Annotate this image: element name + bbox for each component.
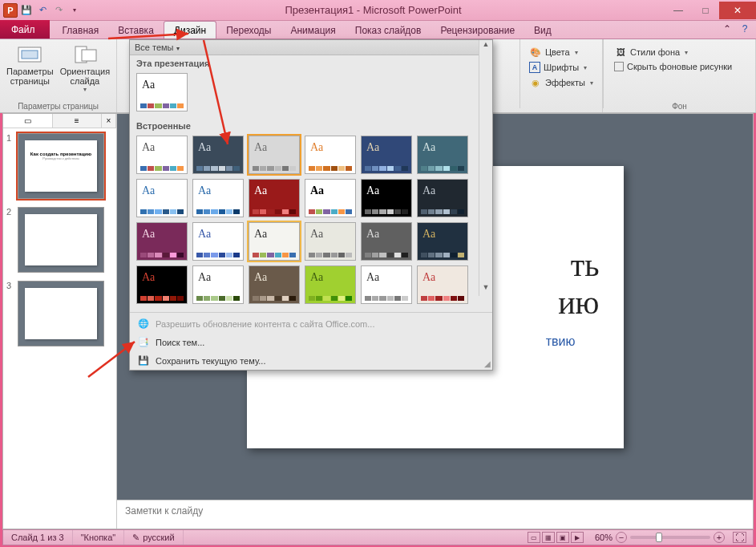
slide-subtitle-text[interactable]: твию bbox=[546, 334, 576, 349]
effects-button[interactable]: ◉Эффекты▾ bbox=[527, 75, 596, 91]
tab-animations[interactable]: Анимация bbox=[281, 21, 345, 38]
view-normal-button[interactable]: ▭ bbox=[528, 532, 540, 543]
annotation-arrow-2 bbox=[200, 40, 249, 172]
hide-bg-label: Скрыть фоновые рисунки bbox=[627, 62, 732, 71]
orientation-button[interactable]: Ориентация слайда ▾ bbox=[59, 41, 111, 95]
theme-color-swatches bbox=[365, 253, 408, 257]
gallery-resize-grip-icon[interactable]: ◢ bbox=[484, 359, 491, 368]
scroll-up-icon[interactable]: ▲ bbox=[479, 40, 492, 53]
theme-color-swatches bbox=[140, 296, 184, 301]
zoom-out-button[interactable]: − bbox=[616, 532, 627, 543]
theme-thumbnail[interactable]: Aa bbox=[192, 179, 244, 217]
theme-thumbnail[interactable]: Aa bbox=[361, 179, 412, 217]
tab-slideshow[interactable]: Показ слайдов bbox=[346, 21, 431, 38]
gallery-scrollbar[interactable]: ▲ ▼ bbox=[479, 40, 492, 296]
undo-icon[interactable]: ↶ bbox=[35, 3, 50, 18]
theme-thumbnail[interactable]: Aa bbox=[249, 136, 300, 174]
tab-review[interactable]: Рецензирование bbox=[431, 21, 524, 38]
theme-color-swatches bbox=[421, 253, 464, 257]
theme-thumbnail[interactable]: Aa bbox=[305, 265, 356, 304]
theme-thumbnail[interactable]: Aa bbox=[361, 136, 412, 174]
theme-thumbnail[interactable]: Aa bbox=[249, 222, 300, 261]
theme-thumbnail[interactable]: Aa bbox=[305, 136, 356, 174]
theme-color-swatches bbox=[421, 166, 464, 171]
theme-aa-label: Aa bbox=[310, 184, 324, 197]
svg-line-6 bbox=[88, 342, 135, 377]
zoom-in-button[interactable]: + bbox=[714, 532, 725, 543]
theme-thumbnail[interactable]: Aa bbox=[305, 222, 356, 261]
theme-thumbnail[interactable]: Aa bbox=[417, 222, 468, 261]
theme-color-swatches bbox=[309, 209, 352, 214]
colors-button[interactable]: 🎨Цвета▾ bbox=[527, 44, 580, 60]
status-language[interactable]: ✎русский bbox=[124, 530, 183, 545]
status-bar: Слайд 1 из 3 "Кнопка" ✎русский ▭ ▦ ▣ ▶ 6… bbox=[2, 529, 754, 545]
zoom-slider[interactable] bbox=[630, 536, 710, 539]
ribbon-minimize-icon[interactable]: ⌃ bbox=[721, 23, 734, 34]
group-background: 🖼Стили фона▾ Скрыть фоновые рисунки Фон bbox=[604, 39, 756, 112]
theme-thumbnail[interactable]: Aa bbox=[417, 179, 468, 217]
theme-thumbnail[interactable]: Aa bbox=[136, 265, 188, 304]
slide-thumbnail[interactable] bbox=[18, 207, 104, 273]
gallery-menu-browse-themes[interactable]: 📑Поиск тем... bbox=[130, 333, 492, 351]
minimize-button[interactable]: — bbox=[665, 2, 692, 19]
panel-tab-slides[interactable]: ▭ bbox=[3, 114, 53, 128]
theme-color-swatches bbox=[196, 296, 240, 301]
close-button[interactable]: ✕ bbox=[719, 2, 756, 19]
redo-icon[interactable]: ↷ bbox=[51, 3, 66, 18]
theme-color-swatches bbox=[309, 253, 352, 257]
status-slide-number: Слайд 1 из 3 bbox=[3, 530, 73, 545]
qat-more-icon[interactable]: ▾ bbox=[67, 3, 82, 18]
zoom-control: 60% − + ⛶ bbox=[588, 532, 753, 543]
colors-icon: 🎨 bbox=[529, 46, 542, 59]
theme-thumbnail[interactable]: Aa bbox=[192, 265, 244, 304]
page-setup-icon bbox=[17, 43, 42, 67]
theme-thumbnail[interactable]: Aa bbox=[249, 265, 300, 304]
zoom-percent[interactable]: 60% bbox=[595, 533, 612, 542]
save-icon[interactable]: 💾 bbox=[19, 3, 34, 18]
view-reading-button[interactable]: ▣ bbox=[556, 532, 569, 543]
thumb-paper bbox=[25, 288, 97, 339]
file-tab[interactable]: Файл bbox=[0, 20, 50, 38]
slide-title-text[interactable]: ть ию bbox=[558, 246, 599, 322]
fit-to-window-button[interactable]: ⛶ bbox=[733, 532, 746, 543]
background-styles-button[interactable]: 🖼Стили фона▾ bbox=[612, 44, 690, 60]
tab-view[interactable]: Вид bbox=[524, 21, 561, 38]
thumb-wrap: 1Как создать презентациюРуководство к де… bbox=[6, 133, 113, 199]
gallery-menu-save-theme[interactable]: 💾Сохранить текущую тему... bbox=[130, 351, 492, 370]
theme-thumbnail[interactable]: Aa bbox=[361, 222, 412, 261]
view-slideshow-button[interactable]: ▶ bbox=[571, 532, 584, 543]
tab-home[interactable]: Главная bbox=[53, 21, 109, 38]
panel-tab-outline[interactable]: ≡ bbox=[53, 114, 103, 128]
slide-thumbnail[interactable]: Как создать презентациюРуководство к дей… bbox=[18, 133, 104, 199]
theme-thumbnail[interactable]: Aa bbox=[136, 179, 188, 217]
panel-tabs: ▭ ≡ × bbox=[3, 114, 116, 128]
notes-pane[interactable]: Заметки к слайду bbox=[117, 500, 753, 529]
maximize-button[interactable]: □ bbox=[692, 2, 719, 19]
theme-thumbnail[interactable]: Aa bbox=[417, 265, 468, 304]
help-icon[interactable]: ? bbox=[738, 23, 751, 34]
theme-thumbnail[interactable]: Aa bbox=[305, 179, 356, 217]
theme-thumbnail[interactable]: Aa bbox=[249, 179, 300, 217]
theme-color-swatches bbox=[253, 253, 296, 257]
theme-color-swatches bbox=[253, 296, 296, 301]
hide-background-checkbox[interactable]: Скрыть фоновые рисунки bbox=[612, 60, 734, 73]
theme-thumbnail[interactable]: Aa bbox=[361, 265, 412, 304]
gallery-menu-update: 🌐Разрешить обновление контента с сайта O… bbox=[130, 314, 492, 333]
group-theme-options: 🎨Цвета▾ AШрифты▾ ◉Эффекты▾ bbox=[520, 39, 603, 112]
fonts-button[interactable]: AШрифты▾ bbox=[527, 60, 589, 75]
theme-color-swatches bbox=[140, 209, 184, 214]
window-buttons: — □ ✕ bbox=[665, 2, 756, 19]
zoom-slider-thumb[interactable] bbox=[656, 533, 662, 542]
scroll-down-icon[interactable]: ▼ bbox=[479, 283, 492, 296]
view-sorter-button[interactable]: ▦ bbox=[542, 532, 555, 543]
dropdown-arrow-icon: ▾ bbox=[83, 86, 87, 93]
group-label-background: Фон bbox=[672, 102, 687, 112]
fonts-label: Шрифты bbox=[544, 63, 579, 72]
theme-thumbnail[interactable]: Aa bbox=[136, 222, 188, 261]
theme-thumbnail[interactable]: Aa bbox=[417, 136, 468, 174]
page-setup-button[interactable]: Параметры страницы bbox=[5, 41, 55, 95]
effects-icon: ◉ bbox=[529, 76, 542, 89]
svg-line-5 bbox=[204, 40, 228, 144]
theme-thumbnail[interactable]: Aa bbox=[192, 222, 244, 261]
powerpoint-app-icon[interactable]: P bbox=[3, 3, 18, 18]
